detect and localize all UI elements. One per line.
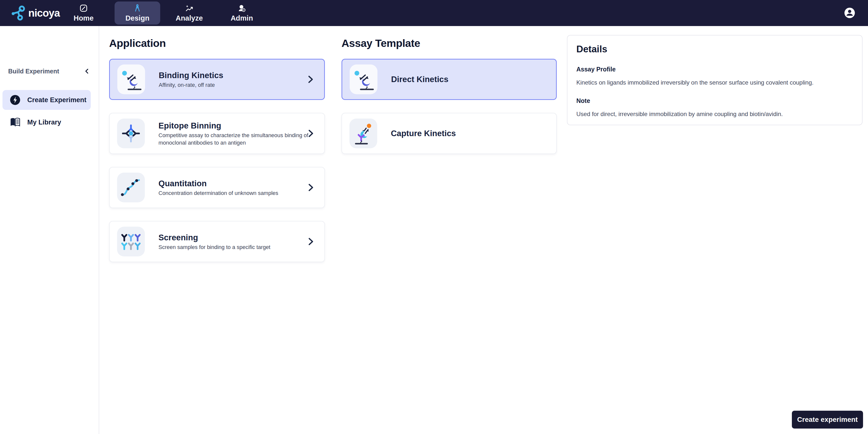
capture-kinetics-icon	[349, 119, 377, 148]
sidebar-item-create-experiment[interactable]: Create Experiment	[2, 90, 91, 110]
assay-template-column: Assay Template	[341, 37, 557, 167]
sidebar: Build Experiment Create Experiment	[0, 26, 99, 434]
chevron-right-icon	[307, 128, 315, 138]
chevron-right-icon	[307, 183, 315, 192]
tab-home-label: Home	[74, 14, 94, 22]
compass-icon	[133, 4, 142, 13]
nicoya-molecule-icon	[11, 5, 25, 21]
assay-card-capture-kinetics[interactable]: Capture Kinetics	[341, 113, 557, 154]
direct-kinetics-icon	[350, 64, 377, 94]
tab-design-label: Design	[125, 14, 150, 22]
sidebar-item-label: Create Experiment	[27, 96, 87, 104]
screening-icon	[117, 227, 145, 256]
sidebar-section-label: Build Experiment	[8, 68, 59, 75]
tab-design[interactable]: Design	[115, 1, 160, 25]
card-title: Epitope Binning	[158, 120, 322, 131]
details-section-text: Used for direct, irreversible immobiliza…	[576, 111, 853, 118]
card-description: Screen samples for binding to a specific…	[158, 244, 322, 251]
sidebar-item-label: My Library	[27, 119, 61, 126]
application-card-quantitation[interactable]: Quantitation Concentration determination…	[109, 167, 325, 208]
account-icon	[844, 7, 856, 19]
card-description: Competitive assay to characterize the si…	[158, 132, 322, 147]
create-experiment-button[interactable]: Create experiment	[792, 411, 863, 429]
application-card-screening[interactable]: Screening Screen samples for binding to …	[109, 221, 325, 262]
card-title: Direct Kinetics	[391, 74, 555, 85]
binding-kinetics-icon	[117, 64, 145, 94]
sidebar-header: Build Experiment	[8, 67, 91, 75]
card-description: Affinity, on-rate, off rate	[159, 81, 322, 89]
tab-admin[interactable]: Admin	[219, 1, 265, 25]
details-heading: Details	[576, 43, 853, 55]
assay-card-direct-kinetics[interactable]: Direct Kinetics	[341, 59, 557, 100]
assay-template-heading: Assay Template	[341, 37, 557, 50]
main-content: Application	[99, 26, 868, 434]
card-title: Capture Kinetics	[391, 128, 555, 139]
application-card-epitope-binning[interactable]: Epitope Binning Competitive assay to cha…	[109, 113, 325, 154]
details-section-text: Kinetics on ligands immobilized irrevers…	[576, 79, 853, 86]
details-section-label: Assay Profile	[576, 66, 853, 73]
application-column: Application	[109, 37, 325, 275]
gauge-icon	[79, 4, 88, 13]
application-heading: Application	[109, 37, 325, 50]
chevron-right-icon	[307, 237, 315, 247]
sidebar-collapse-button[interactable]	[83, 67, 91, 75]
tab-analyze[interactable]: Analyze	[166, 1, 212, 25]
app-root: nicoya Home Design	[0, 0, 868, 434]
details-panel: Details Assay Profile Kinetics on ligand…	[567, 35, 863, 125]
chevron-right-icon	[306, 74, 315, 84]
nicoya-logo[interactable]: nicoya	[11, 0, 60, 26]
tab-admin-label: Admin	[230, 14, 253, 22]
quantitation-icon	[117, 173, 145, 203]
lightning-circle-icon	[9, 94, 21, 106]
tab-analyze-label: Analyze	[176, 14, 203, 22]
trend-sparkle-icon	[185, 4, 194, 13]
tab-home[interactable]: Home	[61, 1, 106, 25]
card-description: Concentration determination of unknown s…	[158, 189, 322, 197]
user-gear-icon	[237, 4, 246, 13]
account-button[interactable]	[844, 7, 856, 19]
top-navbar: nicoya Home Design	[0, 0, 868, 26]
epitope-binning-icon	[117, 119, 145, 148]
book-icon	[9, 117, 21, 128]
sidebar-item-my-library[interactable]: My Library	[2, 112, 91, 132]
logo-text: nicoya	[28, 7, 60, 19]
page-body: Build Experiment Create Experiment	[0, 26, 868, 434]
chevron-left-icon	[84, 68, 90, 74]
card-title: Quantitation	[158, 178, 322, 189]
application-card-binding-kinetics[interactable]: Binding Kinetics Affinity, on-rate, off …	[109, 59, 325, 100]
details-section-label: Note	[576, 97, 853, 104]
card-title: Screening	[158, 232, 322, 243]
card-title: Binding Kinetics	[159, 70, 322, 81]
